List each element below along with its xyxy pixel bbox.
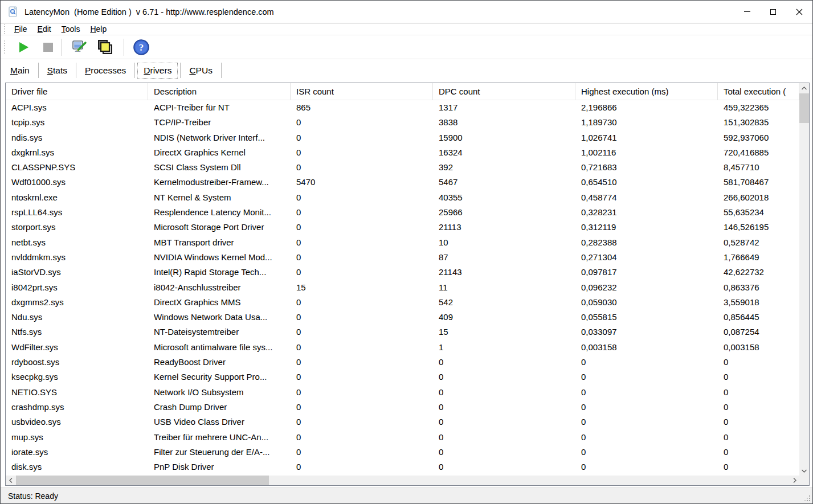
tab-stats[interactable]: Stats [39, 63, 76, 79]
cell-description: ACPI-Treiber für NT [148, 100, 291, 115]
cell-isr-count: 0 [291, 295, 433, 310]
table-row[interactable]: usbvideo.sys USB Video Class Driver 0 0 … [6, 415, 799, 429]
table-row[interactable]: crashdmp.sys Crash Dump Driver 0 0 0 0 [6, 400, 799, 415]
cell-isr-count: 0 [291, 115, 433, 130]
cell-dpc-count: 16324 [433, 145, 575, 160]
cell-isr-count: 0 [291, 325, 433, 339]
cell-isr-count: 0 [291, 130, 433, 145]
start-monitor-button[interactable] [13, 42, 28, 52]
column-header-driver-file[interactable]: Driver file [6, 83, 148, 100]
table-row[interactable]: WdFilter.sys Microsoft antimalware file … [6, 340, 799, 355]
cell-dpc-count: 0 [433, 415, 575, 429]
table-row[interactable]: tcpip.sys TCP/IP-Treiber 0 3838 1,189730… [6, 115, 799, 130]
cell-description: ReadyBoost Driver [148, 355, 291, 370]
table-row[interactable]: ndis.sys NDIS (Network Driver Interf... … [6, 130, 799, 145]
resize-grip-icon[interactable] [804, 495, 811, 502]
cell-highest-execution: 1,026741 [575, 130, 718, 145]
cell-driver-file: rdyboost.sys [6, 355, 148, 370]
table-row[interactable]: iaStorVD.sys Intel(R) Rapid Storage Tech… [6, 265, 799, 280]
cell-total-execution: 151,302835 [718, 115, 799, 130]
table-row[interactable]: i8042prt.sys i8042-Anschlusstreiber 15 1… [6, 280, 799, 295]
tab-cpus[interactable]: CPUs [181, 63, 221, 79]
table-row[interactable]: Ntfs.sys NT-Dateisystemtreiber 0 15 0,03… [6, 325, 799, 339]
cell-description: Intel(R) Rapid Storage Tech... [148, 265, 291, 280]
cell-description: NVIDIA Windows Kernel Mod... [148, 250, 291, 265]
scroll-left-button[interactable] [6, 476, 15, 485]
toolbar: ? [1, 35, 812, 59]
cell-driver-file: ACPI.sys [6, 100, 148, 115]
cell-total-execution: 146,526195 [718, 220, 799, 235]
table-row[interactable]: CLASSPNP.SYS SCSI Class System Dll 0 392… [6, 160, 799, 175]
cell-description: Resplendence Latency Monit... [148, 205, 291, 220]
menu-help[interactable]: Help [85, 23, 112, 35]
cell-highest-execution: 0,059030 [575, 295, 718, 310]
vertical-scrollbar-thumb[interactable] [799, 93, 809, 123]
cell-total-execution: 459,322365 [718, 100, 799, 115]
cell-isr-count: 5470 [291, 175, 433, 190]
table-row[interactable]: netbt.sys MBT Transport driver 0 10 0,28… [6, 235, 799, 250]
table-row[interactable]: dxgkrnl.sys DirectX Graphics Kernel 0 16… [6, 145, 799, 160]
horizontal-scrollbar[interactable] [6, 476, 799, 485]
tab-separator [221, 63, 222, 78]
minimize-button[interactable] [734, 1, 760, 23]
cell-driver-file: i8042prt.sys [6, 280, 148, 295]
table-row[interactable]: Ndu.sys Windows Network Data Usa... 0 40… [6, 310, 799, 325]
table-row[interactable]: storport.sys Microsoft Storage Port Driv… [6, 220, 799, 235]
table-row[interactable]: Wdf01000.sys Kernelmodustreiber-Framew..… [6, 175, 799, 190]
menubar-grip[interactable] [4, 24, 5, 34]
table-row[interactable]: mup.sys Treiber für mehrere UNC-An... 0 … [6, 430, 799, 445]
cell-dpc-count: 542 [433, 295, 575, 310]
tab-drivers[interactable]: Drivers [137, 63, 178, 79]
table-row[interactable]: ntoskrnl.exe NT Kernel & System 0 40355 … [6, 190, 799, 205]
table-row[interactable]: disk.sys PnP Disk Driver 0 0 0 0 [6, 460, 799, 474]
menu-file[interactable]: File [9, 23, 32, 35]
toolbar-grip[interactable] [4, 40, 5, 55]
horizontal-scrollbar-thumb[interactable] [16, 476, 269, 485]
menu-edit[interactable]: Edit [32, 23, 56, 35]
table-row[interactable]: ksecpkg.sys Kernel Security Support Pro.… [6, 370, 799, 384]
cell-driver-file: Ntfs.sys [6, 325, 148, 339]
cell-isr-count: 0 [291, 385, 433, 400]
column-header-dpc-count[interactable]: DPC count [433, 83, 575, 100]
tab-processes[interactable]: Processes [76, 63, 134, 79]
tab-main[interactable]: Main [2, 63, 38, 79]
close-button[interactable] [786, 1, 812, 23]
chevron-left-icon [9, 478, 13, 483]
table-row[interactable]: nvlddmkm.sys NVIDIA Windows Kernel Mod..… [6, 250, 799, 265]
column-header-highest-execution[interactable]: Highest execution (ms) [575, 83, 718, 100]
help-button[interactable]: ? [133, 39, 150, 56]
report-button[interactable] [96, 38, 115, 56]
cell-description: Microsoft antimalware file sys... [148, 340, 291, 355]
column-header-description[interactable]: Description [148, 83, 291, 100]
maximize-button[interactable] [760, 1, 786, 23]
cell-dpc-count: 5467 [433, 175, 575, 190]
table-row[interactable]: rdyboost.sys ReadyBoost Driver 0 0 0 0 [6, 355, 799, 370]
cell-highest-execution: 0 [575, 445, 718, 460]
table-row[interactable]: dxgmms2.sys DirectX Graphics MMS 0 542 0… [6, 295, 799, 310]
stop-monitor-button[interactable] [35, 43, 53, 52]
table-row[interactable]: iorate.sys Filter zur Steuerung der E/A-… [6, 445, 799, 460]
cell-highest-execution: 0,721683 [575, 160, 718, 175]
cell-isr-count: 0 [291, 370, 433, 384]
column-header-isr-count[interactable]: ISR count [291, 83, 433, 100]
table-row[interactable]: NETIO.SYS Network I/O Subsystem 0 0 0 0 [6, 385, 799, 400]
cell-isr-count: 0 [291, 190, 433, 205]
table-row[interactable]: rspLLL64.sys Resplendence Latency Monit.… [6, 205, 799, 220]
cell-isr-count: 0 [291, 160, 433, 175]
cell-driver-file: nvlddmkm.sys [6, 250, 148, 265]
cell-total-execution: 0 [718, 415, 799, 429]
options-button[interactable] [71, 38, 89, 56]
table-row[interactable]: ACPI.sys ACPI-Treiber für NT 865 1317 2,… [6, 100, 799, 115]
cell-dpc-count: 21113 [433, 220, 575, 235]
vertical-scrollbar[interactable] [799, 83, 809, 476]
scroll-down-button[interactable] [799, 466, 809, 476]
menu-tools[interactable]: Tools [56, 23, 85, 35]
column-header-total-execution[interactable]: Total execution ( [718, 83, 799, 100]
scroll-up-button[interactable] [799, 83, 809, 93]
cell-dpc-count: 392 [433, 160, 575, 175]
cell-driver-file: iaStorVD.sys [6, 265, 148, 280]
play-icon [19, 42, 28, 52]
scroll-right-button[interactable] [790, 476, 799, 485]
cell-driver-file: NETIO.SYS [6, 385, 148, 400]
cell-dpc-count: 0 [433, 460, 575, 474]
